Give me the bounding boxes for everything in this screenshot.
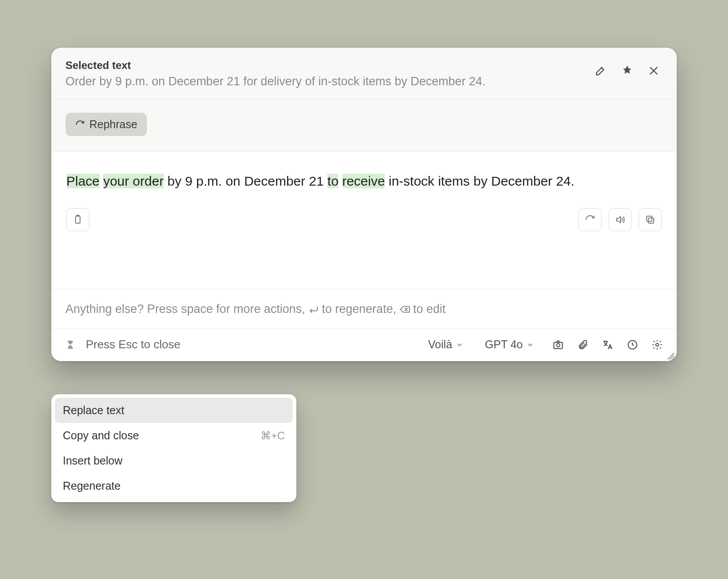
menu-item-label: Regenerate: [63, 480, 121, 492]
camera-icon[interactable]: [552, 339, 564, 351]
model-dropdown[interactable]: GPT 4o: [485, 338, 534, 351]
pin-icon[interactable]: [620, 64, 634, 78]
clipboard-icon: [73, 214, 83, 225]
panel-header: Selected text Order by 9 p.m. on Decembe…: [51, 48, 677, 99]
svg-rect-0: [76, 216, 80, 223]
context-menu: Replace textCopy and close⌘+CInsert belo…: [51, 394, 296, 502]
rephrase-chip-label: Rephrase: [89, 118, 137, 131]
hint-part-2: to regenerate,: [322, 302, 396, 316]
assistant-panel: Selected text Order by 9 p.m. on Decembe…: [51, 48, 677, 361]
selected-text-value: Order by 9 p.m. on December 21 for deliv…: [65, 73, 585, 89]
brand-label: Voilà: [428, 338, 452, 351]
history-icon[interactable]: [626, 339, 639, 351]
menu-item-label: Insert below: [63, 454, 123, 467]
backspace-icon: [399, 304, 410, 315]
edit-icon[interactable]: [594, 64, 608, 78]
svg-rect-1: [648, 218, 654, 223]
chevron-down-icon: [526, 341, 534, 349]
header-text-block: Selected text Order by 9 p.m. on Decembe…: [65, 59, 585, 89]
selected-text-label: Selected text: [65, 59, 585, 72]
chevron-down-icon: [456, 341, 464, 349]
result-action-row: [66, 208, 662, 231]
hourglass-icon: [65, 339, 76, 350]
refresh-icon: [75, 120, 85, 130]
svg-point-4: [556, 343, 560, 347]
result-text: Place your order by 9 p.m. on December 2…: [66, 172, 662, 190]
esc-hint: Press Esc to close: [86, 338, 180, 351]
clipboard-button[interactable]: [66, 208, 89, 231]
attachment-icon[interactable]: [577, 339, 589, 351]
close-icon[interactable]: [647, 64, 661, 78]
rephrase-chip[interactable]: Rephrase: [65, 113, 147, 136]
prompt-hint[interactable]: Anything else? Press space for more acti…: [51, 289, 677, 328]
menu-item-label: Copy and close: [63, 429, 139, 442]
brand-dropdown[interactable]: Voilà: [428, 338, 464, 351]
refresh-icon: [585, 214, 595, 225]
panel-footer: Press Esc to close Voilà GPT 4o: [51, 328, 677, 361]
copy-icon: [645, 214, 655, 225]
menu-item-shortcut: ⌘+C: [261, 430, 285, 442]
result-word: in-stock items by December 24.: [385, 174, 574, 188]
menu-item[interactable]: Copy and close⌘+C: [55, 423, 293, 448]
menu-item-label: Replace text: [63, 404, 124, 417]
menu-item[interactable]: Replace text: [55, 398, 293, 423]
header-icon-group: [594, 59, 661, 78]
speak-button[interactable]: [609, 208, 632, 231]
menu-item[interactable]: Insert below: [55, 448, 293, 473]
hint-part-3: to edit: [413, 302, 446, 316]
highlighted-word: Place: [66, 174, 100, 188]
resize-handle[interactable]: [665, 350, 675, 360]
result-word: [338, 174, 342, 188]
action-chip-row: Rephrase: [51, 99, 677, 152]
copy-button[interactable]: [639, 208, 662, 231]
highlighted-word: your order: [103, 174, 164, 188]
menu-item[interactable]: Regenerate: [55, 473, 293, 499]
svg-point-6: [656, 343, 659, 347]
translate-icon[interactable]: [602, 339, 614, 351]
speaker-icon: [615, 214, 625, 225]
model-label: GPT 4o: [485, 338, 523, 351]
svg-rect-2: [647, 216, 652, 221]
result-word: by 9 p.m. on December 21: [164, 174, 327, 188]
result-area: Place your order by 9 p.m. on December 2…: [51, 152, 677, 289]
regenerate-button[interactable]: [579, 208, 602, 231]
hint-part-1: Anything else? Press space for more acti…: [65, 302, 305, 316]
return-icon: [308, 304, 319, 315]
result-right-buttons: [579, 208, 662, 231]
settings-icon[interactable]: [651, 339, 663, 351]
highlighted-word: receive: [342, 174, 385, 188]
footer-icon-group: [552, 339, 663, 351]
highlighted-word: to: [327, 174, 338, 188]
